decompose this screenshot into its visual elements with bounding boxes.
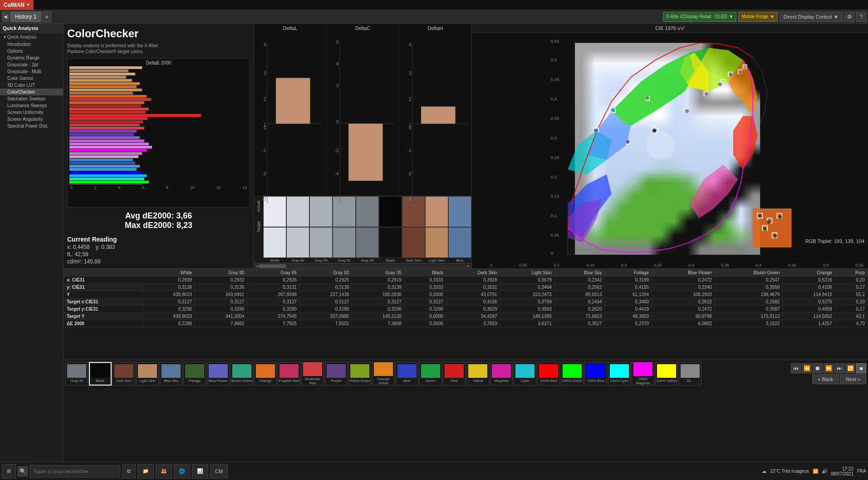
calman-taskbar-button[interactable]: CM [210,464,228,479]
sidebar-item-3d-cube-lut[interactable]: 3D Cube LUT [0,82,63,89]
app-menu-arrow[interactable]: ▼ [26,3,30,7]
help-button[interactable]: ? [856,12,866,22]
add-tab-button[interactable]: + [42,11,51,22]
sidebar-item-options[interactable]: Options [0,48,63,54]
edge-button[interactable]: 🌐 [174,464,190,479]
bar [69,120,143,123]
bar-row [69,108,248,110]
svg-text:0,2: 0,2 [551,174,557,179]
ddc-button[interactable]: Direct Display Control ▼ [780,12,843,22]
thumbnail-item[interactable]: 100% Magenta [632,362,654,386]
thumbnail-item[interactable]: Gray 35 [65,362,88,386]
file-explorer-button[interactable]: 📁 [137,464,154,479]
thumbnail-item[interactable]: Purplish Red [278,362,300,386]
sidebar-item-grayscale-multi[interactable]: Grayscale - Multi [0,68,63,75]
sidebar-item-dynamic-range[interactable]: Dynamic Range [0,54,63,61]
thumbnail-item[interactable]: Light Skin [136,362,159,386]
sidebar-group-quick-analysis[interactable]: ▾ Quick Analysis [0,33,63,41]
bar [69,181,149,183]
sidebar-item-luminance-sweeps[interactable]: Luminance Sweeps [0,102,63,109]
sidebar-item-screen-angularity[interactable]: Screen Angularity [0,116,63,123]
task-view-button[interactable]: ⧉ [122,464,136,479]
cell-value: 0,3769 [500,298,554,306]
sidebar-item-colorchecker[interactable]: ColorChecker [0,89,63,95]
device2-selector[interactable]: Mobile Forge ▼ [738,12,777,22]
thumbnail-item[interactable]: Bluish Green [230,362,253,386]
sidebar-item-saturation-sweeps[interactable]: Saturation Sweeps [0,95,63,102]
thumbnail-item[interactable]: Orange Yellow [372,362,395,386]
nav-skip-back[interactable]: ⏮ [791,363,801,373]
thumbnail-item[interactable]: Moderate Red [301,362,324,386]
firefox-button[interactable]: 🦊 [156,464,172,479]
max-value: Max dE2000: 8,23 [67,221,250,230]
thumbnail-item[interactable]: Magenta [490,362,513,386]
data-table-container[interactable]: WhiteGray 80Gray 65Gray 50Gray 35BlackDa… [64,269,868,360]
thumbnail-item[interactable]: Blue Sky [160,362,182,386]
thumbnail-item[interactable]: 100% Blue [584,362,607,386]
bar [69,117,147,120]
back-button[interactable]: « Back [812,374,839,384]
svg-point-69 [729,73,733,77]
thumbnail-item[interactable]: Yellow Green [348,362,371,386]
sidebar-item-screen-uniformity[interactable]: Screen Uniformity [0,109,63,116]
nav-active[interactable]: ■ [856,363,866,373]
thumbnail-item[interactable]: Orange [254,362,277,386]
thumbnail-item[interactable]: Blue Flower [207,362,230,386]
cell-value: 0,2939 [142,277,195,284]
sidebar-item-spectral-power[interactable]: Spectral Power Dist. [0,123,63,129]
nav-loop[interactable]: 🔁 [845,363,855,373]
thumbnail-item[interactable]: 100% Red [537,362,560,386]
thumbnail-item[interactable]: 100% Cyan [608,362,631,386]
svg-text:-4: -4 [335,171,339,176]
table-head: WhiteGray 80Gray 65Gray 50Gray 35BlackDa… [64,269,868,277]
sidebar-item-introduction[interactable]: Introduction [0,41,63,48]
thumbnail-item[interactable]: 2E... [679,362,701,386]
thumbnail-item[interactable]: Dark Skin [113,362,135,386]
bar-row [69,143,248,145]
sidebar-item-color-gamut[interactable]: Color Gamut [0,75,63,82]
thumbnail-item[interactable]: Purple [325,362,348,386]
thumbnail-item[interactable]: Blue [396,362,418,386]
start-button[interactable]: ⊞ [2,464,16,479]
thumbnail-item[interactable]: Black [89,362,112,386]
search-input[interactable] [29,465,120,478]
swatch-label: Gray 65 [309,258,333,263]
history-tab[interactable]: History 1 [10,11,41,22]
sidebar-collapse-button[interactable]: ◀ [2,11,9,22]
cdm2-value: cd/m²: 145,89 [67,258,100,265]
thumbnail-item[interactable]: Red [443,362,466,386]
table-row: ΔE 20008,22887,96627,79257,55027,39080,0… [64,320,868,327]
svg-point-75 [594,129,598,133]
nav-skip-forward[interactable]: ⏭ [834,363,844,373]
app1-button[interactable]: 📊 [192,464,208,479]
cell-value: 0,3127 [142,298,195,306]
svg-point-60 [652,129,657,133]
bar-row [69,120,248,123]
thumbnail-item[interactable]: 100% Green [561,362,584,386]
thumbnail-label: Orange Yellow [373,377,394,385]
thumbnail-item[interactable]: 100% Yellow [655,362,678,386]
swatches-scrollbar[interactable]: ◄ ► [254,263,471,268]
cell-value: 0,3290 [352,306,404,313]
thumbnail-item[interactable]: Green [419,362,442,386]
scrollbar-thumb[interactable] [259,264,286,268]
thumbnail-item[interactable]: Cyan [514,362,536,386]
deltaC-inner: 6 4 2 0 -2 -4 -6 [329,32,397,216]
search-button[interactable]: 🔍 [18,466,28,476]
svg-point-57 [646,130,675,159]
cell-value: 140,2120 [352,313,404,320]
cell-value: 0,2926 [247,277,299,284]
device1-selector[interactable]: X-Rite i1Display Retail OLED ▼ [663,12,737,22]
bar-row [69,101,248,104]
cell-value: 0,0000 [404,313,446,320]
thumbnail-item[interactable]: Foliage [183,362,206,386]
sidebar-item-grayscale-2pt[interactable]: Grayscale - 2pt [0,61,63,68]
thumbnail-item[interactable]: Yellow [466,362,489,386]
nav-stop[interactable]: ⏹ [813,363,823,373]
nav-back[interactable]: ⏪ [802,363,812,373]
nav-forward[interactable]: ⏩ [824,363,834,373]
target-swatch [402,227,425,258]
next-button[interactable]: Next » [840,374,866,384]
settings-button[interactable]: ⚙ [844,12,854,22]
thumbnail-color [67,364,86,378]
